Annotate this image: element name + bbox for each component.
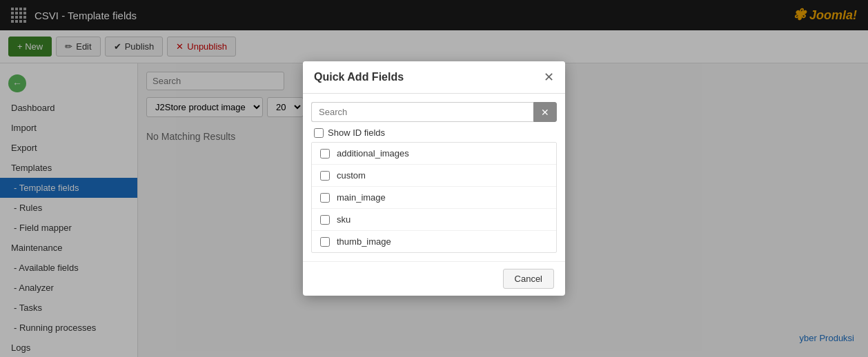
modal-search-clear-button[interactable]: ✕ bbox=[533, 102, 557, 122]
field-label-custom: custom bbox=[337, 170, 366, 181]
fields-list: additional_images custom main_image bbox=[311, 142, 557, 253]
clear-icon: ✕ bbox=[541, 107, 549, 118]
field-label-main-image: main_image bbox=[337, 192, 386, 203]
field-label-sku: sku bbox=[337, 214, 351, 225]
checkbox-sku[interactable] bbox=[320, 215, 330, 225]
modal-title: Quick Add Fields bbox=[314, 71, 404, 83]
show-id-row: Show ID fields bbox=[311, 127, 557, 138]
modal-search-row: ✕ bbox=[311, 102, 557, 122]
field-row-thumb-image: thumb_image bbox=[312, 231, 556, 252]
modal-close-button[interactable]: ✕ bbox=[544, 71, 554, 83]
show-id-checkbox[interactable] bbox=[314, 128, 324, 138]
field-label-additional-images: additional_images bbox=[337, 148, 409, 159]
content-area: J2Store product image 20 No Matching Res… bbox=[138, 63, 868, 357]
modal-header: Quick Add Fields ✕ bbox=[303, 61, 565, 94]
main-layout: ← Dashboard Import Export Templates - Te… bbox=[0, 63, 868, 357]
checkbox-thumb-image[interactable] bbox=[320, 237, 330, 247]
field-row-sku: sku bbox=[312, 209, 556, 231]
field-row-additional-images: additional_images bbox=[312, 143, 556, 165]
field-row-main-image: main_image bbox=[312, 187, 556, 209]
modal-overlay: Quick Add Fields ✕ ✕ Show ID fields bbox=[0, 0, 868, 357]
show-id-label: Show ID fields bbox=[328, 127, 385, 138]
checkbox-main-image[interactable] bbox=[320, 193, 330, 203]
cancel-button[interactable]: Cancel bbox=[503, 269, 554, 289]
checkbox-additional-images[interactable] bbox=[320, 149, 330, 159]
modal-body: ✕ Show ID fields additional_images bbox=[303, 94, 565, 261]
modal-search-input[interactable] bbox=[311, 102, 533, 122]
field-label-thumb-image: thumb_image bbox=[337, 236, 391, 247]
modal-footer: Cancel bbox=[303, 261, 565, 296]
checkbox-custom[interactable] bbox=[320, 171, 330, 181]
field-row-custom: custom bbox=[312, 165, 556, 187]
quick-add-modal: Quick Add Fields ✕ ✕ Show ID fields bbox=[303, 61, 565, 296]
